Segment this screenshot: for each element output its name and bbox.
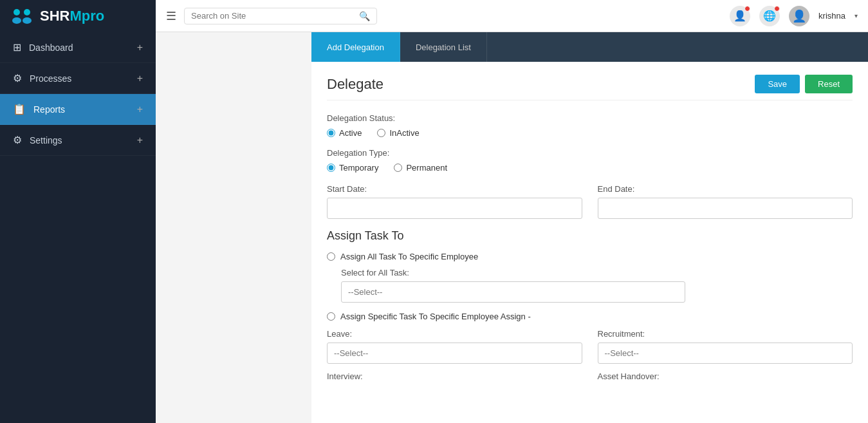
sidebar-item-label: Settings bbox=[30, 135, 62, 146]
tab-label: Delegation List bbox=[416, 42, 471, 52]
processes-icon: ⚙ bbox=[13, 72, 22, 84]
save-button[interactable]: Save bbox=[755, 75, 800, 93]
end-date-input[interactable] bbox=[598, 198, 853, 219]
status-active-label: Active bbox=[339, 128, 362, 138]
assign-specific-radio[interactable] bbox=[327, 312, 335, 321]
delegation-status-radio-group: Active InActive bbox=[327, 128, 853, 138]
assign-specific-label: Assign Specific Task To Specific Employe… bbox=[340, 312, 531, 321]
leave-recruitment-row: Leave: Recruitment: bbox=[327, 329, 853, 364]
interview-label: Interview: bbox=[327, 371, 582, 381]
status-inactive-label: InActive bbox=[389, 128, 419, 138]
logo-text: SHRMpro bbox=[40, 8, 104, 24]
user-avatar[interactable]: 👤 bbox=[789, 6, 809, 26]
tab-add-delegation[interactable]: Add Delegation bbox=[311, 32, 400, 62]
tab-bar: Add Delegation Delegation List bbox=[311, 32, 868, 62]
search-input[interactable] bbox=[191, 11, 359, 21]
date-row: Start Date: End Date: bbox=[327, 184, 853, 219]
sidebar-item-dashboard[interactable]: ⊞ Dashboard + bbox=[0, 32, 156, 63]
page-header: Delegate Save Reset bbox=[327, 75, 853, 100]
search-container: 🔍 bbox=[184, 8, 377, 24]
status-inactive-radio[interactable] bbox=[377, 129, 385, 137]
start-date-label: Start Date: bbox=[327, 184, 582, 194]
end-date-label: End Date: bbox=[598, 184, 853, 194]
header-actions: Save Reset bbox=[755, 75, 853, 93]
globe-icon: 🌐 bbox=[763, 10, 776, 22]
status-active-option[interactable]: Active bbox=[327, 128, 362, 138]
assign-all-radio[interactable] bbox=[327, 252, 335, 261]
sidebar-item-label: Reports bbox=[33, 104, 65, 115]
content-area: Delegate Save Reset Delegation Status: A… bbox=[311, 62, 868, 423]
settings-icon: ⚙ bbox=[13, 134, 22, 146]
delegation-type-label: Delegation Type: bbox=[327, 148, 853, 158]
leave-input[interactable] bbox=[327, 343, 582, 364]
assign-specific-option[interactable]: Assign Specific Task To Specific Employe… bbox=[327, 312, 853, 321]
sidebar-expand-icon: + bbox=[137, 42, 143, 53]
sidebar-item-settings[interactable]: ⚙ Settings + bbox=[0, 125, 156, 156]
delegation-type-section: Delegation Type: Temporary Permanent bbox=[327, 148, 853, 173]
svg-point-2 bbox=[12, 17, 21, 24]
start-date-input[interactable] bbox=[327, 198, 582, 219]
reports-icon: 📋 bbox=[13, 103, 26, 115]
bell-icon: 👤 bbox=[734, 10, 746, 22]
globe-button[interactable]: 🌐 bbox=[759, 6, 780, 26]
sidebar: SHRMpro ⊞ Dashboard + ⚙ Processes + 📋 Re… bbox=[0, 0, 156, 423]
tab-label: Add Delegation bbox=[327, 42, 384, 52]
notifications-button[interactable]: 👤 bbox=[730, 6, 750, 26]
assign-all-option[interactable]: Assign All Task To Specific Employee bbox=[327, 252, 853, 261]
type-temporary-radio[interactable] bbox=[327, 164, 335, 172]
sidebar-item-label: Dashboard bbox=[29, 42, 73, 53]
dashboard-icon: ⊞ bbox=[13, 41, 21, 53]
sidebar-item-reports[interactable]: 📋 Reports + bbox=[0, 94, 156, 125]
start-date-field: Start Date: bbox=[327, 184, 582, 219]
recruitment-field: Recruitment: bbox=[598, 329, 853, 364]
search-icon[interactable]: 🔍 bbox=[359, 11, 370, 21]
delegation-type-radio-group: Temporary Permanent bbox=[327, 163, 853, 173]
logo-icon bbox=[10, 5, 33, 28]
leave-label: Leave: bbox=[327, 329, 582, 339]
interview-field: Interview: bbox=[327, 371, 582, 385]
sidebar-item-label: Processes bbox=[30, 73, 71, 84]
sidebar-expand-icon: + bbox=[137, 104, 143, 115]
interview-asset-row: Interview: Asset Handover: bbox=[327, 371, 853, 385]
recruitment-input[interactable] bbox=[598, 343, 853, 364]
globe-badge bbox=[774, 6, 780, 12]
type-permanent-radio[interactable] bbox=[394, 164, 402, 172]
topbar: ☰ 🔍 👤 🌐 👤 krishna ▾ bbox=[156, 0, 868, 32]
status-active-radio[interactable] bbox=[327, 129, 335, 137]
recruitment-label: Recruitment: bbox=[598, 329, 853, 339]
svg-point-0 bbox=[14, 9, 20, 15]
assign-task-title: Assign Task To bbox=[327, 229, 853, 243]
main-content: Add Delegation Delegation List Delegate … bbox=[311, 32, 868, 423]
assign-all-label: Assign All Task To Specific Employee bbox=[340, 252, 478, 261]
end-date-field: End Date: bbox=[598, 184, 853, 219]
hamburger-menu[interactable]: ☰ bbox=[166, 9, 176, 23]
sidebar-expand-icon: + bbox=[137, 73, 143, 84]
type-permanent-option[interactable]: Permanent bbox=[394, 163, 447, 173]
status-inactive-option[interactable]: InActive bbox=[377, 128, 419, 138]
type-permanent-label: Permanent bbox=[406, 163, 447, 173]
sidebar-expand-icon: + bbox=[137, 135, 143, 146]
sidebar-logo: SHRMpro bbox=[0, 0, 156, 32]
assign-task-section: Assign Task To Assign All Task To Specif… bbox=[327, 229, 853, 385]
avatar-icon: 👤 bbox=[792, 9, 806, 23]
asset-handover-label: Asset Handover: bbox=[598, 371, 853, 381]
delegation-status-section: Delegation Status: Active InActive bbox=[327, 113, 853, 138]
svg-point-1 bbox=[24, 9, 30, 15]
topbar-right: 👤 🌐 👤 krishna ▾ bbox=[730, 6, 858, 26]
tab-delegation-list[interactable]: Delegation List bbox=[400, 32, 487, 62]
reset-button[interactable]: Reset bbox=[805, 75, 853, 93]
select-all-task-label: Select for All Task: bbox=[341, 268, 853, 277]
svg-point-3 bbox=[23, 17, 32, 24]
notification-badge bbox=[744, 6, 750, 12]
type-temporary-option[interactable]: Temporary bbox=[327, 163, 378, 173]
asset-handover-field: Asset Handover: bbox=[598, 371, 853, 385]
user-dropdown-chevron[interactable]: ▾ bbox=[854, 12, 858, 19]
username-label[interactable]: krishna bbox=[818, 11, 845, 21]
delegation-status-label: Delegation Status: bbox=[327, 113, 853, 123]
type-temporary-label: Temporary bbox=[339, 163, 378, 173]
select-all-task-input[interactable] bbox=[341, 281, 685, 303]
sidebar-item-processes[interactable]: ⚙ Processes + bbox=[0, 63, 156, 94]
leave-field: Leave: bbox=[327, 329, 582, 364]
select-all-task-container: Select for All Task: bbox=[341, 268, 853, 303]
page-title: Delegate bbox=[327, 76, 383, 93]
